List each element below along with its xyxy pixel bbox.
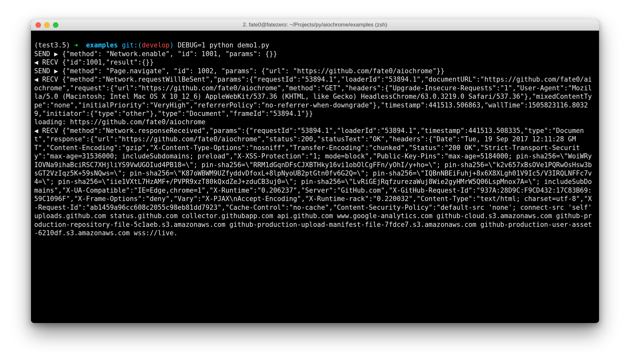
prompt-git-label: git: (122, 41, 138, 49)
traffic-lights (36, 22, 58, 28)
prompt-paren-open: ( (138, 41, 142, 49)
prompt-paren-close: ) (170, 41, 174, 49)
terminal-window: 2. fate0@fatezero: ~/Projects/py/aiochro… (31, 19, 599, 323)
terminal-body[interactable]: (test3.5) ➜ examples git:(develop) DEBUG… (31, 31, 599, 323)
close-window-button[interactable] (36, 22, 41, 28)
prompt-venv: (test3.5) (34, 41, 70, 49)
minimize-window-button[interactable] (44, 22, 50, 28)
zoom-window-button[interactable] (53, 22, 58, 28)
prompt-cwd: examples (86, 41, 118, 49)
window-title: 2. fate0@fatezero: ~/Projects/py/aiochro… (31, 22, 599, 28)
terminal-output: SEND ▶ {"method": "Network.enable", "id"… (34, 50, 596, 237)
prompt-arrow-icon: ➜ (74, 41, 78, 49)
prompt-branch: develop (142, 41, 169, 49)
prompt-command: DEBUG=1 python demo1.py (178, 41, 269, 49)
prompt-line: (test3.5) ➜ examples git:(develop) DEBUG… (34, 41, 269, 49)
window-titlebar: 2. fate0@fatezero: ~/Projects/py/aiochro… (31, 19, 599, 31)
